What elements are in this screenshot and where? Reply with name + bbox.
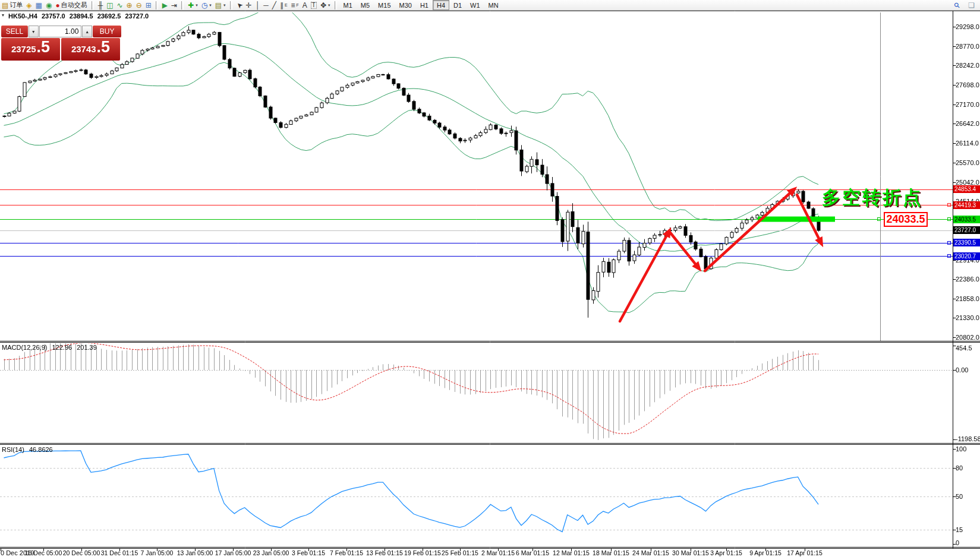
indicators-icon-dropdown[interactable]: ▾ — [196, 3, 198, 8]
ohlc-high: 23894.5 — [70, 12, 93, 20]
chart-window-icon: ▦ — [36, 1, 42, 10]
label-icon: T — [311, 2, 317, 9]
timeframe-h1-button[interactable]: H1 — [416, 0, 433, 10]
chart-window-icon[interactable]: ▦ — [34, 1, 44, 10]
indicators-icon: ✚ — [188, 1, 194, 10]
chart-shift-icon[interactable]: ⇥ — [169, 1, 179, 10]
volume-input[interactable]: 1.00 — [39, 26, 82, 37]
toolbar-right: ⚲❏ — [953, 1, 980, 10]
toolbar-separator — [92, 1, 94, 10]
chat-icon: ❏ — [968, 1, 975, 10]
templates-icon: ▤ — [215, 1, 222, 10]
vertical-line-icon[interactable]: │ — [254, 1, 262, 10]
rsi-label: RSI(14) — [2, 446, 24, 453]
autotrading-button: ● — [55, 1, 59, 10]
macd-header: MACD(12,26,9) 122.96 201.39 — [2, 344, 100, 351]
toolbar-separator — [181, 1, 184, 10]
volume-increase-button[interactable]: ▲ — [82, 26, 92, 37]
buy-price-button[interactable]: 23743 .5 — [61, 38, 120, 61]
periods-icon-dropdown[interactable]: ▾ — [209, 3, 212, 8]
label-icon[interactable]: T — [309, 1, 319, 10]
timeframe-m1-button[interactable]: M1 — [339, 0, 357, 10]
line-chart-icon[interactable]: ∿ — [115, 1, 125, 10]
cursor-icon: ➤ — [234, 0, 244, 10]
periods-icon[interactable]: ◷▾ — [200, 1, 213, 10]
trading-platform-window: { "toolbar": { "groups": [ {"items": [ {… — [0, 0, 980, 560]
sell-price-main: 23725 — [11, 44, 36, 54]
chart-shift-icon: ⇥ — [171, 1, 177, 10]
crosshair-icon[interactable]: ✛ — [244, 1, 254, 10]
tile-windows-icon[interactable]: ⊞ — [144, 1, 153, 10]
templates-icon[interactable]: ▤▾ — [213, 1, 228, 10]
fibonacci-icon: ≡ — [291, 1, 295, 10]
trendline-icon: ╱ — [272, 1, 276, 10]
vertical-line-icon: │ — [256, 1, 260, 10]
horizontal-line-icon: ─ — [263, 1, 269, 10]
auto-scroll-icon: ▶ — [162, 1, 168, 10]
timeframe-m5-button[interactable]: M5 — [357, 0, 374, 10]
order-funnel-icon[interactable]: ◈ — [24, 1, 33, 10]
autotrading-button[interactable]: ●自动交易 — [53, 1, 89, 10]
cursor-icon[interactable]: ➤ — [235, 1, 244, 10]
channel-icon[interactable]: ∥E — [278, 1, 289, 10]
timeframe-mn-button[interactable]: MN — [484, 0, 503, 10]
zoom-out-icon: ⊖ — [136, 1, 142, 10]
ohlc-open: 23757.0 — [42, 12, 65, 20]
bar-chart-icon: ╫ — [98, 1, 103, 10]
tile-windows-icon: ⊞ — [146, 1, 152, 10]
signals-icon[interactable]: ◉ — [44, 1, 53, 10]
sell-button[interactable]: SELL — [1, 26, 28, 37]
auto-scroll-icon[interactable]: ▶ — [160, 1, 169, 10]
timeframe-w1-button[interactable]: W1 — [466, 0, 484, 10]
candlestick-chart-icon[interactable]: ◫ — [105, 1, 115, 10]
turning-point-annotation: 多空转折点 — [822, 185, 923, 210]
timeframe-d1-button[interactable]: D1 — [449, 0, 466, 10]
buy-price-main: 23743 — [71, 44, 96, 54]
macd-main-value: 122.96 — [52, 344, 72, 351]
signals-icon: ◉ — [46, 1, 52, 10]
line-chart-icon: ∿ — [117, 1, 123, 10]
sell-price-button[interactable]: 23725 .5 — [1, 38, 60, 61]
symbol-name: HK50-,H4 — [8, 12, 37, 20]
chat-icon[interactable]: ❏ — [966, 1, 976, 10]
indicators-icon[interactable]: ✚▾ — [186, 1, 200, 10]
sell-price-pips: .5 — [37, 38, 51, 56]
text-icon: A — [302, 1, 307, 10]
price-axis[interactable] — [953, 11, 980, 548]
fibonacci-icon[interactable]: ≡F — [289, 1, 301, 10]
candlestick-chart-icon: ◫ — [106, 1, 113, 10]
trendline-icon[interactable]: ╱ — [270, 1, 278, 10]
templates-icon-dropdown[interactable]: ▾ — [223, 3, 226, 8]
macd-signal-value: 201.39 — [77, 344, 97, 351]
zoom-out-icon[interactable]: ⊖ — [134, 1, 144, 10]
crosshair-icon: ✛ — [246, 1, 252, 10]
arrows-icon-dropdown[interactable]: ▾ — [328, 3, 330, 8]
volume-decrease-button[interactable]: ▼ — [29, 26, 39, 37]
timeframe-h4-button[interactable]: H4 — [433, 0, 449, 10]
toolbar-separator — [230, 1, 232, 10]
text-icon[interactable]: A — [301, 1, 309, 10]
ohlc-low: 23692.5 — [97, 12, 121, 20]
horizontal-line-icon[interactable]: ─ — [261, 1, 270, 10]
macd-label: MACD(12,26,9) — [2, 344, 47, 351]
toolbar-separator — [335, 1, 337, 10]
chart-canvas[interactable] — [0, 0, 980, 560]
time-axis[interactable] — [0, 548, 953, 560]
bar-chart-icon[interactable]: ╫ — [96, 1, 105, 10]
arrows-icon: ✥ — [320, 1, 326, 10]
timeframe-m15-button[interactable]: M15 — [374, 0, 395, 10]
periods-icon: ◷ — [201, 1, 207, 10]
buy-price-pips: .5 — [97, 38, 111, 56]
buy-button[interactable]: BUY — [93, 26, 121, 37]
search-icon[interactable]: ⚲ — [953, 1, 962, 10]
timeframe-m30-button[interactable]: M30 — [395, 0, 416, 10]
zoom-in-icon[interactable]: ⊕ — [125, 1, 134, 10]
ohlc-close: 23727.0 — [125, 12, 149, 20]
main-toolbar: ▤订单◈▦◉●自动交易╫◫∿⊕⊖⊞▶⇥✚▾◷▾▤▾➤✛│─╱∥E≡FAT✥▾M1… — [0, 0, 980, 11]
new-order-button[interactable]: ▤订单 — [0, 1, 24, 10]
search-icon: ⚲ — [953, 0, 962, 10]
one-click-trade-panel: SELL ▼ 1.00 ▲ BUY 23725 .5 23743 .5 — [1, 26, 121, 61]
toolbar-separator — [156, 1, 158, 10]
collapse-trade-panel-icon[interactable]: ▾ — [2, 12, 4, 18]
arrows-icon[interactable]: ✥▾ — [319, 1, 332, 10]
